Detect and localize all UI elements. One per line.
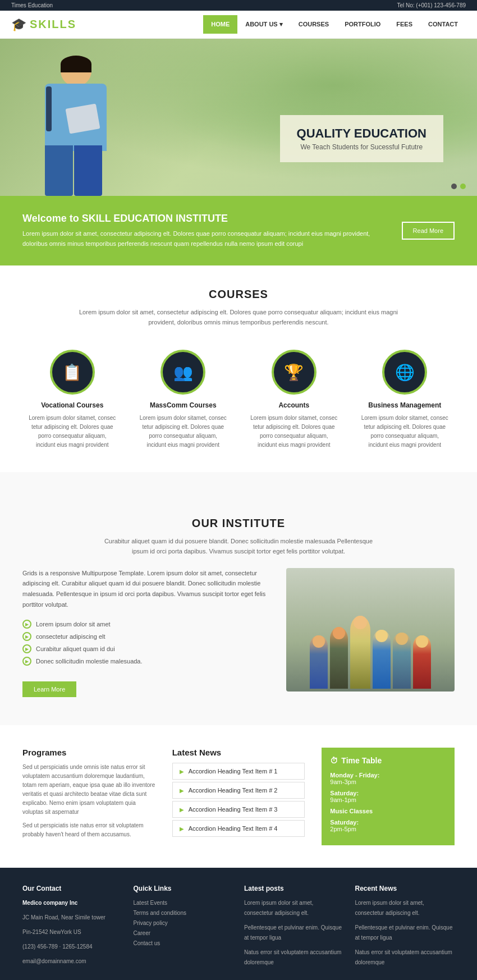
footer-posts-title: Latest posts: [244, 885, 344, 892]
latest-news-title: Latest News: [172, 748, 305, 757]
course-desc-vocational: Lorem ipsum dolor sitamet, consec tetur …: [28, 414, 117, 450]
footer-phone: (123) 456-789 · 1265-12584: [22, 942, 122, 952]
main-nav: HOME ABOUT US ▾ COURSES PORTFOLIO FEES C…: [203, 15, 466, 34]
course-card-vocational: 📋 Vocational Courses Lorem ipsum dolor s…: [22, 344, 122, 455]
institute-text: Grids is a responsive Multipurpose Templ…: [22, 568, 269, 610]
timetable-block: ⏱ Time Table Monday - Friday: 9am-3pm Sa…: [322, 748, 455, 845]
course-desc-business: Lorem ipsum dolor sitamet, consec tetur …: [361, 414, 450, 450]
accordion-header-4[interactable]: ▶ Accordion Heading Text Item # 4: [173, 821, 305, 836]
course-icon-accounts: 🏆: [284, 363, 304, 382]
accordion-label-3: Accordion Heading Text Item # 3: [189, 806, 278, 813]
three-col-section: Programes Sed ut perspiciatis unde omnis…: [0, 725, 477, 868]
institute-list: ▶ Lorem ipsum dolor sit amet ▶ consectet…: [22, 618, 269, 667]
list-item-1: ▶ Lorem ipsum dolor sit amet: [22, 618, 269, 630]
nav-courses[interactable]: COURSES: [291, 15, 337, 34]
timetable-column: ⏱ Time Table Monday - Friday: 9am-3pm Sa…: [322, 748, 455, 845]
programes-text1: Sed ut perspiciatis unde omnis iste natu…: [22, 763, 155, 817]
hero-title: QUALITY EDUCATION: [297, 126, 426, 141]
accordion-arrow-3: ▶: [180, 807, 184, 813]
footer-news-3: Natus error sit voluptatem accusantium d…: [355, 947, 455, 968]
courses-grid: 📋 Vocational Courses Lorem ipsum dolor s…: [22, 344, 455, 455]
footer-quick-links: Quick Links Latest Events Terms and cond…: [134, 885, 233, 972]
courses-section: COURSES Lorem ipsum dolor sit amet, cons…: [0, 265, 477, 472]
footer-link-events[interactable]: Latest Events: [134, 898, 233, 908]
footer-link-career[interactable]: Career: [134, 928, 233, 938]
accordion-item-1[interactable]: ▶ Accordion Heading Text Item # 1: [172, 763, 305, 780]
timetable-day-1: Monday - Friday:: [330, 772, 446, 778]
course-icon-masscomm-wrap: 👥: [160, 350, 205, 395]
programes-title: Programes: [22, 748, 155, 757]
accordion-label-1: Accordion Heading Text Item # 1: [189, 768, 278, 775]
accordion-item-3[interactable]: ▶ Accordion Heading Text Item # 3: [172, 801, 305, 818]
list-item-3: ▶ Curabitur aliquet quam id dui: [22, 643, 269, 655]
welcome-heading: Welcome to SKILL EDUCATION INSTITUTE: [22, 213, 391, 225]
hero-dot-1[interactable]: [451, 184, 457, 189]
learn-more-button[interactable]: Learn More: [22, 681, 76, 697]
courses-desc: Lorem ipsum dolor sit amet, consectetur …: [70, 308, 407, 327]
accordion-item-4[interactable]: ▶ Accordion Heading Text Item # 4: [172, 820, 305, 837]
brand-name: Times Education: [11, 2, 53, 8]
institute-image: [286, 568, 455, 692]
institute-title: OUR INSTITUTE: [22, 517, 455, 530]
hero-section: QUALITY EDUCATION We Teach Students for …: [0, 39, 477, 196]
accordion-header-1[interactable]: ▶ Accordion Heading Text Item # 1: [173, 763, 305, 779]
timetable-time-2: 9am-1pm: [330, 796, 446, 803]
timetable-day-4: Saturday:: [330, 819, 446, 826]
top-bar: Times Education Tel No: (+001) 123-456-7…: [0, 0, 477, 11]
list-icon-1: ▶: [22, 620, 31, 629]
nav-fees[interactable]: FEES: [388, 15, 420, 34]
course-desc-accounts: Lorem ipsum dolor sitamet, consec tetur …: [250, 414, 338, 450]
accordion-item-2[interactable]: ▶ Accordion Heading Text Item # 2: [172, 782, 305, 799]
footer-link-privacy[interactable]: Privacy policy: [134, 918, 233, 928]
list-item-4: ▶ Donec sollicitudin molestie malesuada.: [22, 655, 269, 667]
timetable-entry-4: Saturday: 2pm-5pm: [330, 819, 446, 832]
nav-about[interactable]: ABOUT US ▾: [237, 15, 291, 34]
hero-text-box: QUALITY EDUCATION We Teach Students for …: [280, 115, 443, 162]
footer-email[interactable]: email@domainname.com: [22, 956, 122, 967]
footer-news-1: Lorem ipsum dolor sit amet, consectetur …: [355, 898, 455, 918]
nav-home[interactable]: HOME: [203, 15, 237, 34]
accordion-arrow-1: ▶: [180, 768, 184, 775]
accordion-arrow-2: ▶: [180, 787, 184, 794]
timetable-entry-2: Saturday: 9am-1pm: [330, 790, 446, 803]
nav-contact[interactable]: CONTACT: [420, 15, 466, 34]
read-more-button[interactable]: Read More: [402, 222, 455, 240]
list-icon-3: ▶: [22, 644, 31, 653]
course-card-accounts: 🏆 Accounts Lorem ipsum dolor sitamet, co…: [244, 344, 344, 455]
accordion-label-4: Accordion Heading Text Item # 4: [189, 825, 278, 832]
programes-column: Programes Sed ut perspiciatis unde omnis…: [22, 748, 155, 845]
logo: 🎓 SKILLS: [11, 17, 76, 32]
timetable-entry-1: Monday - Friday: 9am-3pm: [330, 772, 446, 785]
course-icon-business-wrap: 🌐: [382, 350, 427, 395]
course-card-masscomm: 👥 MassComm Courses Lorem ipsum dolor sit…: [134, 344, 233, 455]
course-card-business: 🌐 Business Management Lorem ipsum dolor …: [355, 344, 455, 455]
course-icon-vocational-wrap: 📋: [50, 350, 95, 395]
footer-link-contact[interactable]: Contact us: [134, 938, 233, 949]
welcome-section: Welcome to SKILL EDUCATION INSTITUTE Lor…: [0, 196, 477, 265]
accordion-header-3[interactable]: ▶ Accordion Heading Text Item # 3: [173, 802, 305, 817]
site-footer: Our Contact Medico company Inc JC Main R…: [0, 868, 477, 980]
logo-text: SKILLS: [30, 18, 76, 31]
phone-number: Tel No: (+001) 123-456-789: [397, 2, 466, 8]
accordion-header-2[interactable]: ▶ Accordion Heading Text Item # 2: [173, 782, 305, 798]
timetable-day-2: Saturday:: [330, 790, 446, 796]
course-icon-masscomm: 👥: [173, 363, 193, 382]
timetable-clock-icon: ⏱: [330, 756, 338, 765]
list-icon-4: ▶: [22, 657, 31, 666]
footer-latest-posts: Latest posts Lorem ipsum dolor sit amet,…: [244, 885, 344, 972]
footer-address2: Pin-21542 NewYork US: [22, 927, 122, 937]
footer-links-title: Quick Links: [134, 885, 233, 892]
course-name-vocational: Vocational Courses: [28, 401, 117, 409]
footer-post-1: Lorem ipsum dolor sit amet, consectetur …: [244, 898, 344, 918]
latest-news-column: Latest News ▶ Accordion Heading Text Ite…: [172, 748, 305, 845]
footer-news-title: Recent News: [355, 885, 455, 892]
programes-text2: Sed ut perspiciatis iste natus error sit…: [22, 821, 155, 839]
timetable-entry-3: Music Classes: [330, 808, 446, 814]
nav-portfolio[interactable]: PORTFOLIO: [337, 15, 388, 34]
footer-link-terms[interactable]: Terms and conditions: [134, 908, 233, 918]
hero-dot-2[interactable]: [460, 184, 466, 189]
course-icon-vocational: 📋: [62, 363, 82, 382]
course-icon-accounts-wrap: 🏆: [272, 350, 317, 395]
footer-contact: Our Contact Medico company Inc JC Main R…: [22, 885, 122, 972]
hero-dots: [451, 184, 466, 189]
